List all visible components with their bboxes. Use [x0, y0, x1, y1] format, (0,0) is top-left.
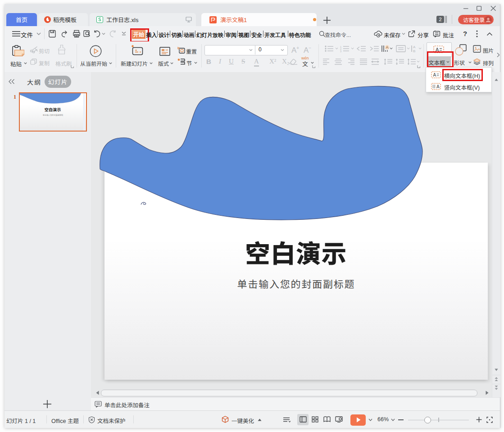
svg-text:3: 3 — [340, 50, 341, 53]
svg-text:A: A — [433, 73, 436, 77]
svg-text:A: A — [436, 84, 440, 89]
svg-text:空白演示: 空白演示 — [45, 106, 61, 113]
svg-text:单击输入您的封面副标题: 单击输入您的封面副标题 — [43, 114, 63, 116]
svg-text:A: A — [386, 45, 389, 50]
svg-text:A: A — [413, 45, 416, 49]
svg-text:B: B — [413, 49, 415, 53]
